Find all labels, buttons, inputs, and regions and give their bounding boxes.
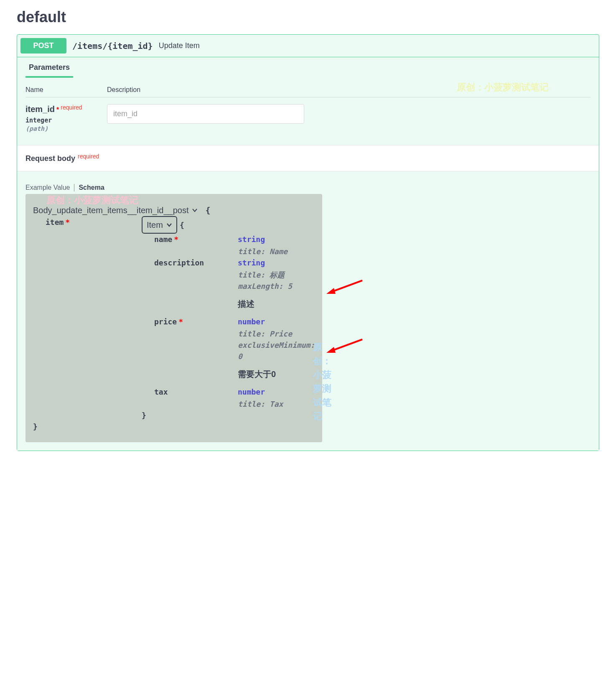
- column-header-name: Name: [25, 86, 107, 94]
- field-type: number: [238, 386, 265, 398]
- method-badge: POST: [20, 38, 66, 54]
- tab-parameters[interactable]: Parameters: [25, 57, 73, 78]
- field-meta: title: 标题: [238, 269, 315, 280]
- field-meta: exclusiveMinimum: 0: [238, 339, 315, 362]
- field-row-description: description string: [154, 257, 315, 268]
- open-brace: {: [180, 221, 184, 229]
- tab-schema[interactable]: Schema: [74, 184, 108, 191]
- svg-line-0: [331, 280, 362, 292]
- parameter-input-column: [107, 104, 304, 124]
- arrow-annotation: [326, 339, 363, 355]
- field-type: number: [238, 316, 265, 327]
- schema-model-name: Body_update_item_items__item_id__post: [33, 204, 188, 217]
- arrow-annotation: [326, 280, 363, 296]
- field-list: name* string title: Name description str…: [154, 234, 315, 410]
- parameter-row: item_id*required integer (path): [25, 104, 591, 133]
- required-star: *: [56, 106, 59, 113]
- parameter-name: item_id: [25, 104, 55, 114]
- field-description: 需要大于0: [238, 368, 315, 380]
- model-select[interactable]: Item: [142, 216, 177, 234]
- operation-block: POST /items/{item_id} Update Item Parame…: [17, 34, 599, 451]
- table-header-row: Name Description: [25, 86, 591, 97]
- schema-tabs: Example Value Schema: [25, 184, 591, 191]
- field-meta: title: Price: [238, 328, 315, 339]
- watermark: 原创：小菠萝测试笔记: [313, 340, 331, 423]
- close-brace: }: [33, 421, 315, 432]
- field-meta: title: Tax: [238, 398, 315, 410]
- section-title: default: [17, 8, 599, 26]
- field-name: price: [154, 317, 177, 326]
- tab-example-value[interactable]: Example Value: [25, 184, 74, 191]
- field-meta: title: Name: [238, 246, 315, 257]
- field-type: string: [238, 234, 265, 245]
- schema-title-row[interactable]: Body_update_item_items__item_id__post {: [33, 204, 315, 217]
- field-row-price: price* number: [154, 316, 315, 327]
- field-name: description: [154, 258, 204, 267]
- request-body-required: required: [78, 153, 99, 160]
- open-brace: {: [205, 204, 210, 217]
- column-header-description: Description: [107, 86, 140, 94]
- operation-path: /items/{item_id}: [72, 41, 153, 51]
- field-type: string: [238, 257, 265, 268]
- required-label: required: [61, 104, 82, 111]
- svg-line-2: [331, 339, 362, 351]
- parameter-type: integer: [25, 117, 107, 124]
- operation-summary-text: Update Item: [159, 41, 200, 50]
- tab-header: Parameters: [17, 57, 599, 78]
- field-meta: maxLength: 5: [238, 280, 315, 292]
- chevron-down-icon: [166, 222, 172, 228]
- schema-section: Example Value Schema 原创：小菠萝测试笔记 Body_upd…: [17, 171, 599, 451]
- close-brace: }: [142, 410, 315, 421]
- request-body-title: Request body: [25, 155, 75, 163]
- operation-summary[interactable]: POST /items/{item_id} Update Item: [17, 35, 599, 57]
- chevron-down-icon: [192, 204, 198, 217]
- request-body-header: Request bodyrequired: [17, 145, 599, 171]
- field-row-name: name* string: [154, 234, 315, 245]
- svg-marker-3: [326, 347, 336, 353]
- field-name: name: [154, 235, 172, 244]
- parameter-in: (path): [25, 125, 107, 133]
- item-id-input[interactable]: [107, 104, 304, 124]
- field-description: 描述: [238, 298, 315, 310]
- nested-model: Item {: [142, 216, 315, 234]
- model-name: Item: [147, 219, 163, 231]
- parameter-name-column: item_id*required integer (path): [25, 104, 107, 133]
- parameters-body: 原创：小菠萝测试笔记 Name Description item_id*requ…: [17, 78, 599, 145]
- field-name: tax: [154, 387, 168, 396]
- field-row-tax: tax number: [154, 386, 315, 398]
- property-name: item*: [33, 217, 142, 228]
- schema-box: Body_update_item_items__item_id__post { …: [25, 194, 322, 442]
- svg-marker-1: [326, 288, 336, 294]
